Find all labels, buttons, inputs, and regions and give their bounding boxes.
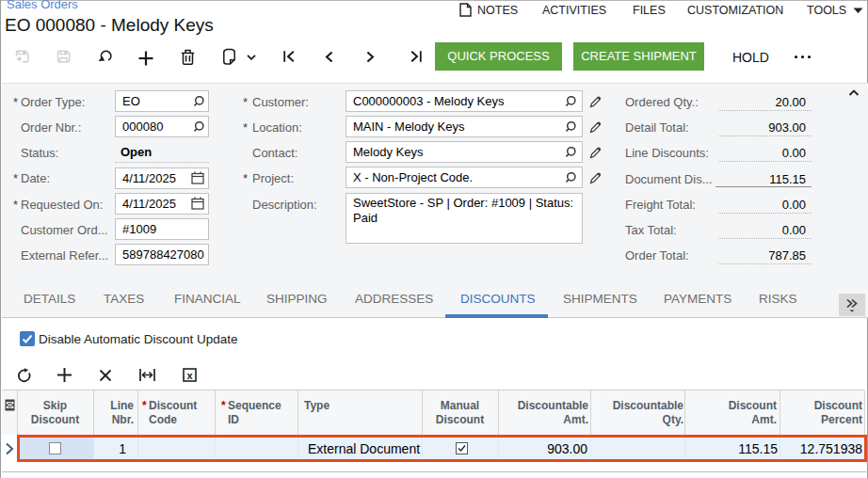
svg-text:x: x: [186, 370, 193, 381]
